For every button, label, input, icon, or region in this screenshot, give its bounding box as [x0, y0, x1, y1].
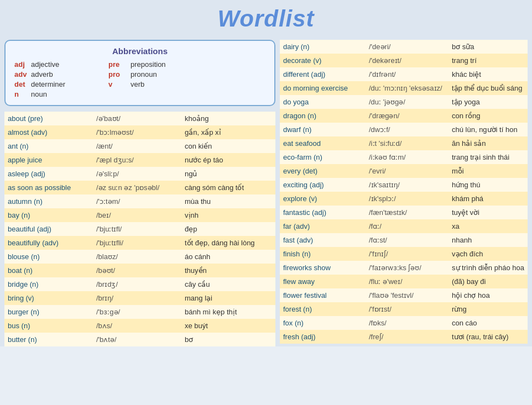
translation-cell: gần, xấp xỉ — [181, 125, 275, 139]
left-table-row: butter (n) /'bʌtə/ bơ — [4, 333, 275, 346]
phonetic-cell: /'dekəreɪt/ — [366, 54, 448, 67]
phonetic-cell: /'flaʊə 'festɪvl/ — [366, 288, 448, 302]
word-cell: do yoga — [280, 95, 366, 109]
word-cell: butter (n) — [4, 333, 93, 346]
abbrev-title: Abbreviations — [14, 46, 265, 56]
word-cell: eco-farm (n) — [280, 150, 366, 164]
phonetic-cell: /'æpl dʒuːs/ — [93, 153, 181, 167]
phonetic-cell: /duː 'jəʊgə/ — [366, 95, 448, 109]
abbreviations-box: Abbreviations adj adjective pre preposit… — [4, 40, 275, 106]
left-word-table: about (pre) /ə'baʊt/ khoảng almost (adv)… — [4, 112, 275, 346]
translation-cell: nhanh — [448, 233, 528, 247]
right-table-row: fresh (adj) /freʃ/ tươi (rau, trái cây) — [280, 330, 528, 344]
right-table-row: do yoga /duː 'jəʊgə/ tập yoga — [280, 95, 528, 109]
page: Wordlist Abbreviations adj adjective pre… — [0, 0, 532, 346]
left-table-row: apple juice /'æpl dʒuːs/ nước ép táo — [4, 153, 275, 167]
left-table-row: ant (n) /ænt/ con kiến — [4, 139, 275, 153]
phonetic-cell: /'bɔːlməʊst/ — [93, 125, 181, 139]
left-table-row: blouse (n) /blaʊz/ áo cánh — [4, 250, 275, 264]
left-table-row: about (pre) /ə'baʊt/ khoảng — [4, 112, 275, 125]
left-table-row: autumn (n) /'ɔːtəm/ mùa thu — [4, 194, 275, 208]
word-cell: explore (v) — [280, 192, 366, 206]
translation-cell: bánh mì kẹp thịt — [181, 305, 275, 319]
phonetic-cell: /'bʌtə/ — [93, 333, 181, 346]
translation-cell: con rồng — [448, 109, 528, 123]
translation-cell: chú lùn, người tí hon — [448, 123, 528, 136]
left-column: Abbreviations adj adjective pre preposit… — [4, 40, 275, 346]
phonetic-cell: /əz suːn əz 'pɒsəbl/ — [93, 181, 181, 194]
word-cell: fireworks show — [280, 261, 366, 275]
right-table-row: exciting (adj) /ɪk'saɪtɪŋ/ hứng thú — [280, 178, 528, 192]
right-table-row: fireworks show /'faɪərwɜːks ʃəʊ/ sự trìn… — [280, 261, 528, 275]
phonetic-cell: /brɪŋ/ — [93, 291, 181, 305]
phonetic-cell: /fluː ə'weɪ/ — [366, 275, 448, 288]
word-cell: far (adv) — [280, 219, 366, 233]
phonetic-cell: /iːt 'siːfuːd/ — [366, 136, 448, 150]
word-cell: flew away — [280, 275, 366, 288]
phonetic-cell: /freʃ/ — [366, 330, 448, 344]
translation-cell: tập yoga — [448, 95, 528, 109]
phonetic-cell: /'fɒrɪst/ — [366, 302, 448, 316]
phonetic-cell: /bʌs/ — [93, 319, 181, 333]
translation-cell: xa — [448, 219, 528, 233]
abbrev-val-preposition: preposition — [131, 60, 265, 69]
translation-cell: xe buýt — [181, 319, 275, 333]
translation-cell: ăn hải sản — [448, 136, 528, 150]
translation-cell: bơ sữa — [448, 40, 528, 54]
translation-cell: nước ép táo — [181, 153, 275, 167]
phonetic-cell: /'deəri/ — [366, 40, 448, 54]
phonetic-cell: /dwɔːf/ — [366, 123, 448, 136]
phonetic-cell: /ə'sliːp/ — [93, 167, 181, 181]
left-table-row: beautiful (adj) /'bjuːtɪfl/ đẹp — [4, 222, 275, 236]
word-cell: every (det) — [280, 164, 366, 178]
phonetic-cell: /brɪdʒ/ — [93, 277, 181, 291]
word-cell: dairy (n) — [280, 40, 366, 54]
word-cell: fantastic (adj) — [280, 206, 366, 219]
word-cell: fast (adv) — [280, 233, 366, 247]
right-table-row: decorate (v) /'dekəreɪt/ trang trí — [280, 54, 528, 67]
phonetic-cell: /'dɪfrənt/ — [366, 67, 448, 81]
word-cell: apple juice — [4, 153, 93, 167]
right-table-row: finish (n) /'fɪnɪʃ/ vạch đích — [280, 247, 528, 261]
translation-cell: cây cầu — [181, 277, 275, 291]
translation-cell: thuyền — [181, 264, 275, 277]
word-cell: flower festival — [280, 288, 366, 302]
translation-cell: sự trình diễn pháo hoa — [448, 261, 528, 275]
phonetic-cell: /ɪk'saɪtɪŋ/ — [366, 178, 448, 192]
word-cell: beautiful (adj) — [4, 222, 93, 236]
translation-cell: hứng thú — [448, 178, 528, 192]
right-table-row: far (adv) /fɑː/ xa — [280, 219, 528, 233]
right-table-row: eat seafood /iːt 'siːfuːd/ ăn hải sản — [280, 136, 528, 150]
phonetic-cell: /duː 'mɔːnɪŋ 'eksəsaɪz/ — [366, 81, 448, 95]
translation-cell: trang trí — [448, 54, 528, 67]
abbrev-val-adjective: adjective — [31, 60, 108, 69]
translation-cell: đẹp — [181, 222, 275, 236]
abbrev-key-adv: adv — [14, 70, 31, 78]
word-cell: beautifully (adv) — [4, 236, 93, 250]
right-table-row: every (det) /'evri/ mỗi — [280, 164, 528, 178]
phonetic-cell: /'evri/ — [366, 164, 448, 178]
phonetic-cell: /'fɪnɪʃ/ — [366, 247, 448, 261]
left-table-row: burger (n) /'bɜːgə/ bánh mì kẹp thịt — [4, 305, 275, 319]
left-table-row: as soon as possible /əz suːn əz 'pɒsəbl/… — [4, 181, 275, 194]
word-cell: ant (n) — [4, 139, 93, 153]
word-cell: dragon (n) — [280, 109, 366, 123]
translation-cell: tốt đẹp, dáng hài lòng — [181, 236, 275, 250]
translation-cell: vịnh — [181, 208, 275, 222]
phonetic-cell: /bəʊt/ — [93, 264, 181, 277]
page-title: Wordlist — [0, 6, 532, 32]
left-table-row: bus (n) /bʌs/ xe buýt — [4, 319, 275, 333]
word-cell: bridge (n) — [4, 277, 93, 291]
translation-cell: càng sóm càng tốt — [181, 181, 275, 194]
right-table-row: dwarf (n) /dwɔːf/ chú lùn, người tí hon — [280, 123, 528, 136]
left-table-row: almost (adv) /'bɔːlməʊst/ gần, xấp xỉ — [4, 125, 275, 139]
phonetic-cell: /'ɔːtəm/ — [93, 194, 181, 208]
word-cell: fox (n) — [280, 316, 366, 330]
right-column: dairy (n) /'deəri/ bơ sữa decorate (v) /… — [280, 40, 528, 346]
abbrev-val-determiner: determiner — [31, 80, 108, 88]
phonetic-cell: /ə'baʊt/ — [93, 112, 181, 125]
word-cell: blouse (n) — [4, 250, 93, 264]
left-table-row: bring (v) /brɪŋ/ mang lại — [4, 291, 275, 305]
abbrev-key-det: det — [14, 80, 31, 88]
word-cell: autumn (n) — [4, 194, 93, 208]
